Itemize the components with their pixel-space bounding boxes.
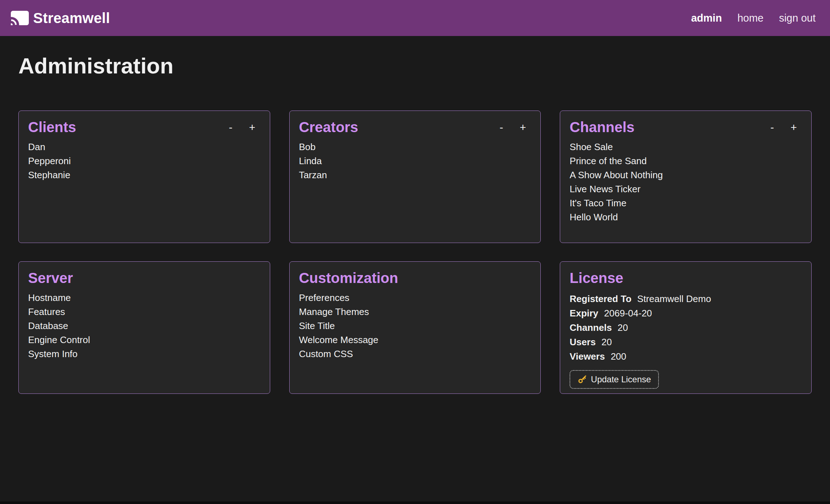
channel-list-item[interactable]: It's Taco Time [570, 196, 802, 210]
channels-controls: - + [770, 122, 802, 133]
page-title: Administration [18, 53, 812, 78]
clients-add-button[interactable]: + [249, 122, 255, 133]
server-list-item[interactable]: Features [28, 305, 260, 319]
license-field-value: 20 [602, 337, 612, 347]
creators-controls: - + [500, 122, 531, 133]
key-icon [577, 375, 587, 384]
clients-controls: - + [229, 122, 260, 133]
main-content: Administration Clients - + Dan Pepperoni… [0, 53, 830, 394]
update-license-button[interactable]: Update License [570, 370, 659, 389]
license-field-label: Channels [570, 322, 612, 333]
license-field-registered-to: Registered ToStreamwell Demo [570, 292, 802, 306]
license-field-label: Expiry [570, 308, 598, 319]
customization-card-title: Customization [299, 270, 398, 287]
customization-list-item[interactable]: Site Title [299, 319, 531, 333]
nav-links: admin home sign out [691, 12, 816, 24]
customization-card: Customization Preferences Manage Themes … [289, 261, 541, 394]
channels-add-button[interactable]: + [790, 122, 797, 133]
license-field-value: 200 [611, 351, 626, 362]
channel-list-item[interactable]: Live News Ticker [570, 182, 802, 196]
admin-page: Streamwell admin home sign out Administr… [0, 0, 830, 501]
customization-card-header: Customization [299, 270, 531, 287]
channel-list-item[interactable]: Hello World [570, 210, 802, 224]
clients-card: Clients - + Dan Pepperoni Stephanie [18, 111, 270, 243]
clients-list: Dan Pepperoni Stephanie [28, 140, 260, 182]
license-field-users: Users20 [570, 335, 802, 349]
update-license-label: Update License [591, 374, 651, 384]
channels-card: Channels - + Shoe Sale Prince of the San… [560, 111, 812, 243]
license-field-label: Registered To [570, 293, 631, 304]
license-field-channels: Channels20 [570, 320, 802, 335]
server-list-item[interactable]: Hostname [28, 291, 260, 305]
license-fields: Registered ToStreamwell Demo Expiry2069-… [570, 292, 802, 364]
channel-list-item[interactable]: Shoe Sale [570, 140, 802, 154]
client-list-item[interactable]: Pepperoni [28, 154, 260, 168]
license-field-value: 2069-04-20 [604, 308, 652, 319]
creator-list-item[interactable]: Tarzan [299, 168, 531, 182]
cast-icon [11, 11, 29, 25]
top-navbar: Streamwell admin home sign out [0, 0, 830, 36]
clients-card-header: Clients - + [28, 119, 260, 136]
client-list-item[interactable]: Stephanie [28, 168, 260, 182]
channel-list-item[interactable]: Prince of the Sand [570, 154, 802, 168]
channels-card-title: Channels [570, 119, 634, 136]
server-card: Server Hostname Features Database Engine… [18, 261, 270, 394]
creator-list-item[interactable]: Bob [299, 140, 531, 154]
creators-remove-button[interactable]: - [500, 122, 503, 133]
creators-card-title: Creators [299, 119, 358, 136]
creator-list-item[interactable]: Linda [299, 154, 531, 168]
creators-add-button[interactable]: + [520, 122, 526, 133]
customization-list-item[interactable]: Welcome Message [299, 333, 531, 347]
nav-link-home[interactable]: home [737, 12, 764, 24]
brand-name: Streamwell [33, 10, 110, 26]
server-card-header: Server [28, 270, 260, 287]
creators-list: Bob Linda Tarzan [299, 140, 531, 182]
server-card-title: Server [28, 270, 73, 287]
clients-card-title: Clients [28, 119, 76, 136]
license-field-label: Viewers [570, 351, 605, 362]
license-field-label: Users [570, 337, 595, 347]
nav-link-admin[interactable]: admin [691, 12, 722, 24]
channels-card-header: Channels - + [570, 119, 802, 136]
license-field-value: 20 [617, 322, 628, 333]
brand-logo[interactable]: Streamwell [11, 10, 110, 26]
channels-list: Shoe Sale Prince of the Sand A Show Abou… [570, 140, 802, 224]
customization-list-item[interactable]: Manage Themes [299, 305, 531, 319]
license-field-expiry: Expiry2069-04-20 [570, 306, 802, 320]
license-card-header: License [570, 270, 802, 287]
customization-list: Preferences Manage Themes Site Title Wel… [299, 291, 531, 361]
client-list-item[interactable]: Dan [28, 140, 260, 154]
channels-remove-button[interactable]: - [770, 122, 774, 133]
creators-card: Creators - + Bob Linda Tarzan [289, 111, 541, 243]
license-field-value: Streamwell Demo [637, 293, 711, 304]
license-card-title: License [570, 270, 623, 287]
server-list-item[interactable]: Database [28, 319, 260, 333]
server-list-item[interactable]: System Info [28, 347, 260, 361]
card-grid: Clients - + Dan Pepperoni Stephanie Crea… [18, 111, 812, 394]
creators-card-header: Creators - + [299, 119, 531, 136]
customization-list-item[interactable]: Custom CSS [299, 347, 531, 361]
server-list-item[interactable]: Engine Control [28, 333, 260, 347]
server-list: Hostname Features Database Engine Contro… [28, 291, 260, 361]
license-card: License Registered ToStreamwell Demo Exp… [560, 261, 812, 394]
license-field-viewers: Viewers200 [570, 349, 802, 364]
nav-link-signout[interactable]: sign out [779, 12, 816, 24]
channel-list-item[interactable]: A Show About Nothing [570, 168, 802, 182]
customization-list-item[interactable]: Preferences [299, 291, 531, 305]
clients-remove-button[interactable]: - [229, 122, 232, 133]
